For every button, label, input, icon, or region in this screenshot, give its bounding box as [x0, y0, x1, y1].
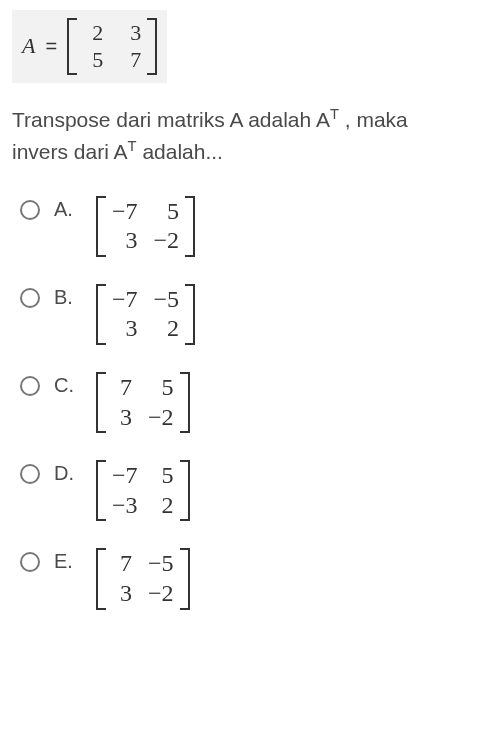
- matrix-cells: −7 −5 3 2: [106, 284, 185, 345]
- cell: 3: [121, 20, 141, 45]
- q-part: invers dari A: [12, 140, 128, 163]
- option-B: B. −7 −5 3 2: [20, 284, 491, 350]
- matrix-A: 2 3 5 7: [67, 18, 157, 75]
- matrix-option-A: −7 5 3 −2: [96, 196, 195, 257]
- cell: 3: [112, 404, 132, 432]
- question-text: Transpose dari matriks A adalah AT , mak…: [12, 103, 491, 168]
- bracket-right-icon: [180, 548, 190, 609]
- radio-D[interactable]: [20, 464, 40, 484]
- cell: 2: [154, 492, 174, 520]
- option-D: D. −7 5 −3 2: [20, 460, 491, 526]
- bracket-left-icon: [96, 284, 106, 345]
- bracket-left-icon: [96, 196, 106, 257]
- cell: 5: [148, 374, 174, 402]
- cell: −7: [112, 198, 138, 226]
- cell: 3: [112, 580, 132, 608]
- matrix-option-E: 7 −5 3 −2: [96, 548, 190, 609]
- option-content: −7 5 3 −2: [96, 196, 195, 262]
- cell: 5: [154, 462, 174, 490]
- matrix-option-C: 7 5 3 −2: [96, 372, 190, 433]
- option-label: E.: [54, 548, 82, 573]
- option-content: 7 5 3 −2: [96, 372, 190, 438]
- option-label: C.: [54, 372, 82, 397]
- bracket-left-icon: [96, 548, 106, 609]
- bracket-right-icon: [185, 196, 195, 257]
- option-content: −7 5 −3 2: [96, 460, 190, 526]
- cell: 5: [83, 47, 103, 72]
- matrix-cells: −7 5 −3 2: [106, 460, 180, 521]
- matrix-cells: 2 3 5 7: [77, 18, 147, 75]
- q-part: , maka: [339, 108, 408, 131]
- radio-A[interactable]: [20, 200, 40, 220]
- superscript-T: T: [128, 138, 137, 154]
- option-E: E. 7 −5 3 −2: [20, 548, 491, 614]
- equals-sign: =: [41, 35, 61, 58]
- options-list: A. −7 5 3 −2 B. −7 −5 3: [12, 196, 491, 615]
- matrix-cells: −7 5 3 −2: [106, 196, 185, 257]
- cell: −5: [148, 550, 174, 578]
- radio-B[interactable]: [20, 288, 40, 308]
- cell: 3: [112, 315, 138, 343]
- q-part: Transpose dari matriks A adalah A: [12, 108, 330, 131]
- cell: 2: [154, 315, 180, 343]
- bracket-right-icon: [180, 460, 190, 521]
- option-content: −7 −5 3 2: [96, 284, 195, 350]
- radio-E[interactable]: [20, 552, 40, 572]
- variable-A: A: [22, 33, 35, 59]
- option-A: A. −7 5 3 −2: [20, 196, 491, 262]
- cell: 2: [83, 20, 103, 45]
- cell: −2: [148, 404, 174, 432]
- cell: −5: [154, 286, 180, 314]
- q-part: adalah...: [137, 140, 223, 163]
- option-label: A.: [54, 196, 82, 221]
- matrix-cells: 7 −5 3 −2: [106, 548, 180, 609]
- cell: 7: [112, 374, 132, 402]
- bracket-right-icon: [180, 372, 190, 433]
- option-content: 7 −5 3 −2: [96, 548, 190, 614]
- radio-C[interactable]: [20, 376, 40, 396]
- option-C: C. 7 5 3 −2: [20, 372, 491, 438]
- superscript-T: T: [330, 106, 339, 122]
- cell: 7: [121, 47, 141, 72]
- matrix-cells: 7 5 3 −2: [106, 372, 180, 433]
- matrix-option-B: −7 −5 3 2: [96, 284, 195, 345]
- given-matrix-block: A = 2 3 5 7: [12, 10, 167, 83]
- cell: −7: [112, 462, 138, 490]
- bracket-left-icon: [96, 460, 106, 521]
- cell: −2: [148, 580, 174, 608]
- cell: −7: [112, 286, 138, 314]
- cell: −3: [112, 492, 138, 520]
- matrix-option-D: −7 5 −3 2: [96, 460, 190, 521]
- bracket-right-icon: [185, 284, 195, 345]
- equation-row: A = 2 3 5 7: [22, 18, 157, 75]
- cell: 3: [112, 227, 138, 255]
- bracket-left-icon: [96, 372, 106, 433]
- option-label: D.: [54, 460, 82, 485]
- cell: −2: [154, 227, 180, 255]
- cell: 7: [112, 550, 132, 578]
- bracket-left-icon: [67, 18, 77, 75]
- cell: 5: [154, 198, 180, 226]
- option-label: B.: [54, 284, 82, 309]
- bracket-right-icon: [147, 18, 157, 75]
